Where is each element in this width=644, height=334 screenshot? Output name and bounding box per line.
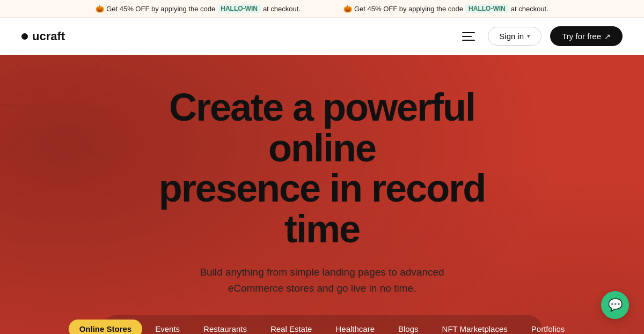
tab-healthcare[interactable]: Healthcare xyxy=(325,320,385,334)
hero-subtitle: Build anything from simple landing pages… xyxy=(188,264,456,296)
promo-text-1b: Get 45% OFF by applying the code xyxy=(354,5,463,13)
promo-text2-2: at checkout. xyxy=(511,5,548,13)
chat-widget[interactable]: 💬 xyxy=(601,291,629,319)
logo[interactable]: ucraft xyxy=(21,29,65,43)
tab-blogs[interactable]: Blogs xyxy=(387,320,429,334)
hero-title-line2: presence in record time xyxy=(159,167,485,250)
promo-item-2: 🎃 Get 45% OFF by applying the code HALLO… xyxy=(343,4,548,13)
promo-emoji-2: 🎃 xyxy=(343,5,352,13)
category-tabs: Online Stores Events Restaurants Real Es… xyxy=(102,315,542,334)
tab-online-stores[interactable]: Online Stores xyxy=(69,320,143,334)
sign-in-label: Sign in xyxy=(499,32,524,41)
tab-real-estate[interactable]: Real Estate xyxy=(260,320,323,334)
hero-section: Create a powerful online presence in rec… xyxy=(0,55,644,334)
hamburger-menu[interactable] xyxy=(460,27,479,46)
try-label: Try for free xyxy=(562,32,601,41)
try-for-free-button[interactable]: Try for free ↗ xyxy=(550,26,623,46)
navbar: ucraft Sign in ▾ Try for free ↗ xyxy=(0,18,644,55)
promo-text2-1: at checkout. xyxy=(263,5,301,13)
promo-text-1: Get 45% OFF by applying the code xyxy=(106,5,215,13)
tab-restaurants[interactable]: Restaurants xyxy=(193,320,258,334)
hamburger-line-2 xyxy=(462,36,472,37)
hero-title: Create a powerful online presence in rec… xyxy=(118,87,526,249)
hamburger-line-1 xyxy=(462,32,475,33)
chat-icon: 💬 xyxy=(608,298,623,312)
tab-nft-marketplaces[interactable]: NFT Marketplaces xyxy=(431,320,518,334)
logo-text: ucraft xyxy=(32,29,65,43)
promo-emoji-1: 🎃 xyxy=(96,5,104,13)
sign-in-button[interactable]: Sign in ▾ xyxy=(488,27,541,46)
hamburger-line-3 xyxy=(462,40,475,41)
external-link-icon: ↗ xyxy=(604,32,611,41)
tab-portfolios[interactable]: Portfolios xyxy=(521,320,576,334)
chevron-down-icon: ▾ xyxy=(527,33,530,40)
tab-events[interactable]: Events xyxy=(144,320,191,334)
logo-dot xyxy=(21,33,28,40)
nav-right: Sign in ▾ Try for free ↗ xyxy=(460,26,623,46)
promo-code-2: HALLO-WIN xyxy=(465,4,509,13)
hero-title-line1: Create a powerful online xyxy=(169,86,475,169)
promo-bar: 🎃 Get 45% OFF by applying the code HALLO… xyxy=(0,0,644,18)
promo-item-1: 🎃 Get 45% OFF by applying the code HALLO… xyxy=(96,4,301,13)
promo-code-1: HALLO-WIN xyxy=(217,4,261,13)
